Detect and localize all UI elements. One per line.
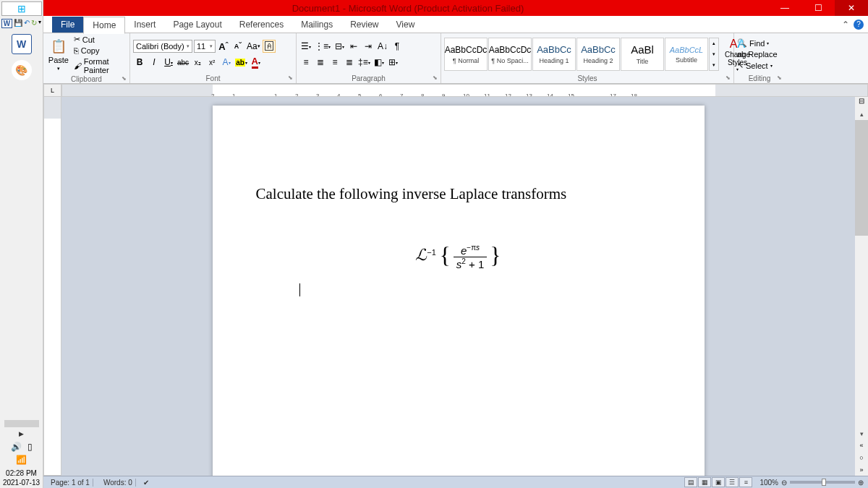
scroll-up-icon[interactable]: ▴ [855,108,868,120]
grow-font-button[interactable]: Aˆ [217,40,230,53]
close-button[interactable]: ✕ [835,0,868,16]
align-left-button[interactable]: ≡ [299,56,312,69]
minimize-ribbon-icon[interactable]: ⌃ [842,20,849,30]
start-button[interactable]: ⊞ [1,1,42,16]
align-right-button[interactable]: ≡ [328,56,341,69]
paste-button[interactable]: 📋 Paste ▾ [46,37,71,73]
change-case-button[interactable]: Aa▾ [246,40,261,53]
taskbar-date[interactable]: 2021-07-13 [3,479,40,487]
tab-mailings[interactable]: Mailings [292,17,341,33]
vertical-scrollbar[interactable]: ⊟ ▴ ▾ « ○ » [855,97,868,476]
ribbon-tabs: File Home Insert Page Layout References … [43,16,868,33]
minimize-button[interactable]: — [768,0,801,16]
ruler-corner[interactable]: L [43,84,61,97]
font-name-select[interactable]: Calibri (Body)▾ [133,40,192,53]
shading-button[interactable]: ◧▾ [373,56,386,69]
redo-qat-icon[interactable]: ↻ [31,19,37,28]
tab-insert[interactable]: Insert [125,17,164,33]
find-button[interactable]: 🔍Find▾ [737,38,778,48]
status-words[interactable]: Words: 0 [101,479,136,487]
find-icon: 🔍 [737,38,747,48]
taskbar-paint-icon[interactable]: 🎨 [12,60,32,80]
tab-references[interactable]: References [231,17,292,33]
line-spacing-button[interactable]: ‡≡▾ [357,56,371,69]
align-center-button[interactable]: ≣ [314,56,327,69]
subscript-button[interactable]: x₂ [191,56,204,69]
document-page[interactable]: Calculate the following inverse Laplace … [213,106,705,476]
scroll-track[interactable] [855,120,868,428]
battery-icon[interactable]: ▯ [27,442,33,452]
format-painter-button[interactable]: 🖌Format Painter [74,57,127,74]
select-button[interactable]: ↖Select▾ [737,61,778,70]
font-group-label: Font [133,74,293,83]
scroll-thumb[interactable] [855,120,868,236]
qat-dropdown-icon[interactable]: ▾ [38,19,41,28]
zoom-slider[interactable] [790,481,855,484]
help-icon[interactable]: ? [854,20,864,30]
style-title[interactable]: AaBlTitle [621,38,664,71]
word-qat-icon[interactable]: W [1,19,12,28]
zoom-level[interactable]: 100% [760,479,778,487]
bold-button[interactable]: B [133,56,146,69]
zoom-in-button[interactable]: ⊕ [858,479,864,487]
font-size-select[interactable]: 11▾ [194,40,216,53]
justify-button[interactable]: ≣ [343,56,356,69]
browse-object-icon[interactable]: ○ [855,452,868,464]
horizontal-ruler[interactable] [61,84,868,97]
style-no-spacing[interactable]: AaBbCcDc¶ No Spaci... [488,38,532,71]
prev-page-icon[interactable]: « [855,440,868,452]
style-subtitle[interactable]: AaBbCcLSubtitle [665,38,708,71]
undo-qat-icon[interactable]: ↶ [24,19,30,28]
numbering-button[interactable]: ⋮≡▾ [314,40,331,53]
signal-icon[interactable]: 📶 [16,455,27,465]
bullets-button[interactable]: ☰▾ [299,40,312,53]
underline-button[interactable]: U▾ [162,56,175,69]
status-page[interactable]: Page: 1 of 1 [48,479,93,487]
superscript-button[interactable]: x² [205,56,218,69]
font-color-button[interactable]: A▾ [250,56,263,69]
increase-indent-button[interactable]: ⇥ [362,40,375,53]
status-proof-icon[interactable]: ✔ [143,479,149,487]
vertical-ruler[interactable] [43,97,61,476]
view-full-screen[interactable]: ▦ [698,477,711,487]
copy-button[interactable]: ⎘Copy [74,46,127,55]
chevron-down-icon: ▾ [57,66,60,72]
strikethrough-button[interactable]: abc [176,56,190,69]
styles-scroll[interactable]: ▴▾▾ [709,38,719,71]
save-qat-icon[interactable]: 💾 [14,19,22,28]
highlight-button[interactable]: ab▾ [234,56,248,69]
tab-home[interactable]: Home [83,17,125,34]
zoom-out-button[interactable]: ⊖ [781,479,787,487]
shrink-font-button[interactable]: Aˇ [231,40,244,53]
style-heading-2[interactable]: AaBbCcHeading 2 [576,38,620,71]
tab-file[interactable]: File [52,17,83,33]
taskbar-clock[interactable]: 02:28 PM [6,469,37,477]
document-viewport[interactable]: Calculate the following inverse Laplace … [61,97,855,476]
multilevel-button[interactable]: ⊟▾ [333,40,346,53]
decrease-indent-button[interactable]: ⇤ [347,40,360,53]
sort-button[interactable]: A↓ [376,40,389,53]
text-effects-button[interactable]: A▾ [220,56,233,69]
italic-button[interactable]: I [148,56,161,69]
show-marks-button[interactable]: ¶ [391,40,404,53]
view-outline[interactable]: ☰ [726,477,739,487]
taskbar-arrow-icon[interactable]: ▶ [19,430,24,437]
replace-button[interactable]: abReplace [737,50,778,59]
ruler-toggle-icon[interactable]: ⊟ [855,97,868,108]
sound-icon[interactable]: 🔊 [11,442,22,452]
view-web-layout[interactable]: ▣ [712,477,725,487]
next-page-icon[interactable]: » [855,463,868,476]
tab-page-layout[interactable]: Page Layout [164,17,230,33]
maximize-button[interactable]: ☐ [801,0,835,16]
taskbar-word-icon[interactable]: W [12,34,32,54]
view-draft[interactable]: ≡ [739,477,752,487]
clear-formatting-button[interactable]: 🄰 [263,40,276,53]
style-normal[interactable]: AaBbCcDc¶ Normal [444,38,488,71]
tab-review[interactable]: Review [341,17,387,33]
borders-button[interactable]: ⊞▾ [387,56,400,69]
style-heading-1[interactable]: AaBbCcHeading 1 [532,38,576,71]
view-print-layout[interactable]: ▤ [684,477,697,487]
tab-view[interactable]: View [388,17,424,33]
scroll-down-icon[interactable]: ▾ [855,428,868,440]
cut-button[interactable]: ✂Cut [74,35,127,44]
